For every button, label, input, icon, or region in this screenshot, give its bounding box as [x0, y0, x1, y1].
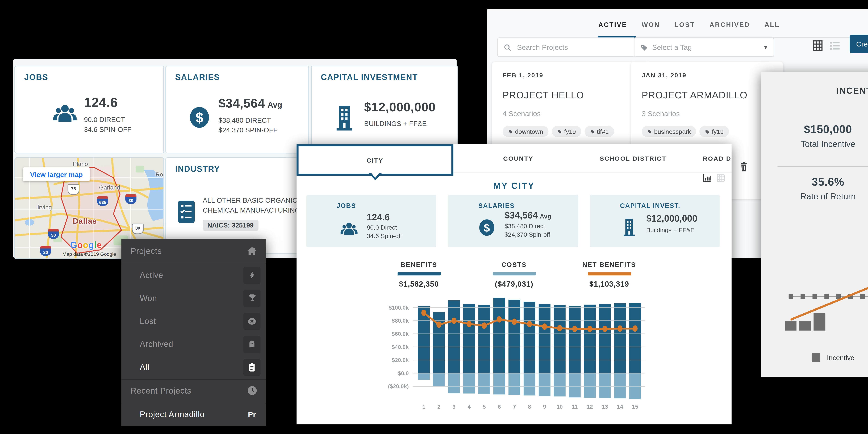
tab-archived[interactable]: ARCHIVED	[710, 21, 750, 28]
city-jobs-card: JOBS 124.6 90.0 Direct 34.6 Spin-off	[306, 195, 436, 247]
svg-text:6: 6	[498, 404, 501, 410]
search-projects-input[interactable]	[516, 43, 630, 52]
tag-pill: businesspark	[642, 126, 696, 137]
svg-text:3: 3	[453, 404, 456, 410]
project-initials-badge: Pr	[243, 406, 260, 423]
menu-header-projects[interactable]: Projects	[121, 239, 266, 264]
sidebar-item-archived[interactable]: Archived	[121, 332, 266, 356]
jobs-spinoff: 34.6 SPIN-OFF	[84, 125, 131, 133]
svg-text:9: 9	[543, 404, 546, 410]
map-label-irving: Irving	[37, 204, 52, 210]
project-date: FEB 1, 2019	[503, 71, 638, 79]
tab-active[interactable]: ACTIVE	[598, 21, 627, 28]
map-label-plano: Plano	[73, 161, 88, 167]
incentive-legend: Incentive Cumulative Net Benefit	[761, 353, 868, 362]
tab-all[interactable]: ALL	[765, 21, 780, 28]
tag-select-value: Select a Tag	[652, 43, 763, 51]
search-projects-box[interactable]	[497, 37, 636, 57]
google-logo: Google	[70, 240, 102, 250]
grid-view-icon[interactable]	[812, 39, 824, 52]
sidebar-item-all[interactable]: All	[121, 356, 266, 379]
circle-x-icon	[243, 312, 260, 330]
projects-menu: Projects Active Won Lost Archived	[121, 239, 266, 426]
ghost-icon	[243, 335, 260, 353]
dollar-icon: $	[187, 104, 212, 131]
svg-text:1: 1	[422, 404, 426, 410]
capital-subtitle: BUILDINGS + FF&E	[364, 120, 436, 127]
home-icon	[245, 245, 258, 258]
summary-costs: COSTS($479,031)	[478, 261, 550, 288]
chevron-down-icon: ▼	[763, 44, 768, 50]
city-salaries-card: SALARIES $ $34,564Avg $38,480 Direct $24…	[448, 195, 578, 247]
svg-text:$0.0: $0.0	[398, 370, 409, 376]
industry-card-title: INDUSTRY	[175, 165, 220, 174]
create-project-button[interactable]: Create Project +	[849, 35, 868, 53]
svg-text:15: 15	[632, 404, 638, 410]
district-tab-school-district[interactable]: SCHOOL DISTRICT	[587, 144, 679, 172]
svg-text:$: $	[195, 110, 203, 126]
sidebar-item-won[interactable]: Won	[121, 287, 266, 309]
capital-card-title: CAPITAL INVESTMENT	[321, 73, 418, 82]
svg-text:14: 14	[617, 404, 623, 410]
map-label-dallas: Dallas	[73, 217, 97, 225]
list-view-icon[interactable]	[829, 39, 841, 52]
jobs-value: 124.6	[84, 95, 131, 110]
jobs-card: JOBS 124.6 90.0 DIRECT 34.6 SPIN-OFF	[14, 66, 164, 154]
tab-lost[interactable]: LOST	[675, 21, 695, 28]
trash-icon[interactable]	[738, 161, 749, 172]
svg-text:$100.0k: $100.0k	[389, 305, 409, 311]
jobs-card-title: JOBS	[24, 73, 48, 82]
district-tab-road-district[interactable]: ROAD DISTRICT	[679, 144, 732, 172]
project-name: PROJECT ARMADILLO	[642, 90, 773, 100]
divider	[778, 166, 868, 167]
project-date: JAN 31, 2019	[642, 71, 773, 79]
users-icon	[50, 99, 80, 128]
route-shield-80: 80	[132, 224, 144, 234]
city-impact-panel: CITYCOUNTYSCHOOL DISTRICTROAD DISTRICT M…	[297, 144, 732, 424]
industry-name-line2: CHEMICAL MANUFACTURING	[203, 206, 301, 214]
district-tab-city[interactable]: CITY	[297, 144, 453, 176]
svg-text:$: $	[484, 222, 490, 234]
salaries-card: SALARIES $ $34,564Avg $38,480 DIRECT $24…	[165, 66, 309, 154]
project-scenarios: 4 Scenarios	[503, 109, 638, 117]
menu-header-recent-projects: Recent Projects	[121, 379, 266, 403]
users-icon	[338, 219, 360, 239]
search-icon	[503, 43, 512, 52]
sidebar-item-active[interactable]: Active	[121, 264, 266, 287]
svg-text:13: 13	[602, 404, 608, 410]
svg-text:$60.0k: $60.0k	[392, 331, 409, 337]
tag-pill: tif#1	[584, 126, 614, 137]
bolt-icon	[243, 267, 260, 283]
map-label-garland: Garland	[99, 184, 120, 191]
salaries-card-title: SALARIES	[175, 73, 220, 82]
view-larger-map-button[interactable]: View larger map	[23, 167, 90, 181]
city-impact-chart: $100.0k$80.0k$60.0k$40.0k$20.0k$0.0($20.…	[377, 292, 653, 423]
svg-text:2: 2	[437, 404, 440, 410]
building-icon	[620, 216, 638, 238]
naics-badge: NAICS: 325199	[203, 220, 258, 231]
city-title: MY CITY	[297, 181, 732, 191]
dollar-icon: $	[477, 217, 497, 238]
tab-won[interactable]: WON	[642, 21, 660, 28]
svg-text:8: 8	[528, 404, 531, 410]
salaries-spinoff: $24,370 SPIN-OFF	[219, 126, 282, 134]
incentive-legend-swatch	[812, 353, 820, 362]
projects-tabs: ACTIVEWONLOSTARCHIVEDALL	[598, 21, 780, 28]
route-shield-30: 30	[125, 194, 136, 204]
tag-select[interactable]: Select a Tag ▼	[634, 37, 774, 57]
salaries-suffix: Avg	[268, 100, 282, 109]
tag-pill: fy19	[552, 126, 581, 137]
app-stage: JOBS 124.6 90.0 DIRECT 34.6 SPIN-OFF SAL…	[0, 0, 868, 434]
svg-text:11: 11	[572, 404, 578, 410]
svg-text:5: 5	[483, 404, 486, 410]
capital-value: $12,000,000	[364, 100, 436, 115]
project-tags: businessparkfy19	[642, 126, 773, 137]
summary-benefits: BENEFITS$1,582,350	[383, 261, 455, 288]
jobs-direct: 90.0 DIRECT	[84, 115, 131, 123]
sidebar-item-lost[interactable]: Lost	[121, 309, 266, 332]
clipboard-icon	[243, 359, 260, 376]
district-tab-county[interactable]: COUNTY	[450, 144, 587, 172]
city-summary-row: BENEFITS$1,582,350COSTS($479,031)NET BEN…	[297, 261, 732, 288]
svg-text:$40.0k: $40.0k	[392, 344, 409, 350]
recent-project-armadillo[interactable]: Project Armadillo Pr	[121, 403, 266, 426]
